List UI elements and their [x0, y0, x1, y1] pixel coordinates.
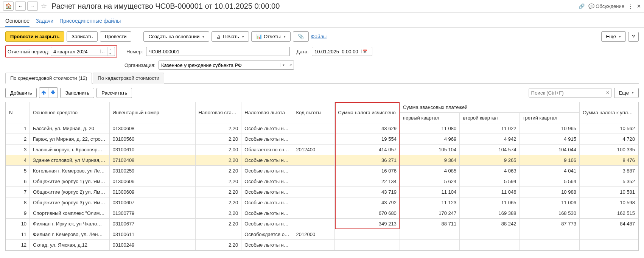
move-up-icon[interactable]: 🡹 [39, 88, 48, 98]
cell-inv: 03100249 [109, 240, 195, 250]
calc-button[interactable]: Рассчитать [96, 88, 132, 98]
fill-button[interactable]: Заполнить [60, 88, 94, 98]
col-q1: первый квартал [400, 113, 459, 123]
forward-button[interactable]: → [27, 2, 38, 11]
close-icon[interactable]: ✕ [637, 3, 641, 9]
col-q2: второй квартал [460, 113, 520, 123]
cell-code [293, 176, 335, 187]
org-input[interactable] [159, 61, 280, 69]
star-icon[interactable]: ☆ [39, 2, 48, 10]
search-clear-icon[interactable]: ✕ [606, 90, 610, 95]
org-drop-icon[interactable]: ▾ [280, 63, 287, 67]
cell-q1: 88 711 [400, 219, 459, 229]
cell-q1: 4 085 [400, 166, 459, 176]
menu-icon[interactable]: ⋮ [628, 3, 633, 9]
cell-rate: 2,20 [195, 187, 241, 197]
table-row[interactable]: 7Общежитие (корпус 2) ул. Ям…013006092,2… [6, 187, 638, 197]
post-close-button[interactable]: Провести и закрыть [5, 31, 64, 42]
cell-inv: 07102408 [109, 155, 195, 166]
cell-code: 2012000 [293, 229, 335, 240]
cell-q2 [460, 240, 520, 250]
home-button[interactable]: 🏠 [3, 2, 14, 11]
table-row[interactable]: 3Главный корпус, г. Краснояр…031006102,0… [6, 145, 638, 155]
link-icon[interactable]: 🔗 [579, 3, 585, 9]
move-down-icon[interactable]: 🡻 [48, 88, 58, 98]
reports-button[interactable]: 📊 Отчеты [251, 31, 291, 42]
files-link[interactable]: Файлы [311, 34, 327, 39]
period-down-icon[interactable]: ▼ [107, 51, 113, 56]
cell-n: 7 [6, 187, 30, 197]
period-select-icon[interactable]: … [100, 50, 107, 53]
cell-benefit: Особые льготы не… [241, 219, 293, 229]
print-button[interactable]: 🖨 Печать [212, 31, 249, 42]
cell-inv: 03100610 [109, 145, 195, 155]
cell-asset: Филиал г. Иркутск, ул Чкало… [30, 219, 109, 229]
table-row[interactable]: 9Спортивный комплекс "Олимп"…013007792,2… [6, 208, 638, 219]
table-row[interactable]: 11Филиал г. Кемерово, ул. Лен…03100611Ос… [6, 229, 638, 240]
table-row[interactable]: 10Филиал г. Иркутск, ул Чкало…031006772,… [6, 219, 638, 229]
col-q3: третий квартал [520, 113, 579, 123]
cell-asset: Бассейн, ул. Мирная, д. 20 [30, 123, 109, 134]
cell-benefit: Особые льготы не… [241, 240, 293, 250]
cell-asset: Филиал г. Кемерово, ул. Лен… [30, 229, 109, 240]
col-rate: Налоговая ставка [195, 102, 241, 123]
save-button[interactable]: Записать [67, 31, 98, 42]
date-input[interactable] [312, 48, 361, 56]
discussion-link[interactable]: 💬 Обсуждение [588, 3, 624, 9]
number-input[interactable] [146, 48, 289, 56]
search-input[interactable] [529, 88, 612, 98]
number-label: Номер: [126, 49, 143, 54]
calendar-icon[interactable]: 📅 [361, 50, 368, 53]
cell-sum [335, 240, 400, 250]
cell-code [293, 208, 335, 219]
period-up-icon[interactable]: ▲ [107, 47, 113, 51]
table-row[interactable]: 6Общежитие (корпус 1) ул. Ям…013006062,2… [6, 176, 638, 187]
col-inv: Инвентарный номер [109, 102, 195, 123]
tab-main[interactable]: Основное [5, 16, 30, 27]
cell-asset: Спортивный комплекс "Олимп"… [30, 208, 109, 219]
table-row[interactable]: 8Общежитие (корпус 3) ул. Ям…031006072,2… [6, 197, 638, 208]
tab-by-cadastral[interactable]: По кадастровой стоимости [93, 73, 164, 84]
cell-q3: 11 006 [520, 197, 579, 208]
cell-benefit: Особые льготы не… [241, 187, 293, 197]
cell-inv: 01300608 [109, 123, 195, 134]
cell-code [293, 197, 335, 208]
period-label: Отчетный период: [8, 49, 49, 54]
table-more-button[interactable]: Еще [614, 88, 639, 98]
attach-button[interactable]: 📎 [293, 31, 309, 42]
cell-q1: 105 104 [400, 145, 459, 155]
cell-n: 6 [6, 176, 30, 187]
org-label: Организация: [124, 62, 156, 68]
cell-asset: Общежитие (корпус 2) ул. Ям… [30, 187, 109, 197]
table-row[interactable]: 12Склад, ул. Ямская, д.12031002492,20Осо… [6, 240, 638, 250]
cell-rate: 2,20 [195, 123, 241, 134]
col-adv: Сумма авансовых платежей [400, 102, 579, 113]
tab-tasks[interactable]: Задачи [36, 16, 53, 27]
table-row[interactable]: 5Котельная г. Кемерово, ул Ле…031002592,… [6, 166, 638, 176]
more-button[interactable]: Еще [601, 31, 626, 42]
cell-n: 5 [6, 166, 30, 176]
cell-sum: 414 057 [335, 145, 400, 155]
cell-pay: 162 515 [579, 208, 638, 219]
table-row[interactable]: 1Бассейн, ул. Мирная, д. 20013006082,20О… [6, 123, 638, 134]
cell-sum: 43 719 [335, 187, 400, 197]
add-button[interactable]: Добавить [5, 88, 37, 98]
tab-attached-files[interactable]: Присоединенные файлы [59, 16, 121, 27]
period-input[interactable] [51, 48, 100, 56]
create-based-button[interactable]: Создать на основании [143, 31, 209, 42]
cell-benefit: Особые льготы не… [241, 208, 293, 219]
date-label: Дата: [297, 49, 309, 54]
help-button[interactable]: ? [628, 32, 639, 42]
cell-asset: Общежитие (корпус 1) ул. Ям… [30, 176, 109, 187]
cell-pay: 3 887 [579, 166, 638, 176]
post-button[interactable]: Провести [100, 31, 132, 42]
back-button[interactable]: ← [15, 2, 26, 11]
table-row[interactable]: 2Гараж, ул Мирная, д. 22, стро…031005602… [6, 134, 638, 145]
cell-q2: 169 388 [460, 208, 520, 219]
tab-by-average[interactable]: По среднегодовой стоимости (12) [5, 73, 92, 84]
cell-q2: 88 242 [460, 219, 520, 229]
cell-n: 12 [6, 240, 30, 250]
col-n: N [6, 102, 30, 123]
org-open-icon[interactable]: ↗ [287, 63, 294, 67]
table-row[interactable]: 4Здание столовой, ул Мирная,…071024082,2… [6, 155, 638, 166]
